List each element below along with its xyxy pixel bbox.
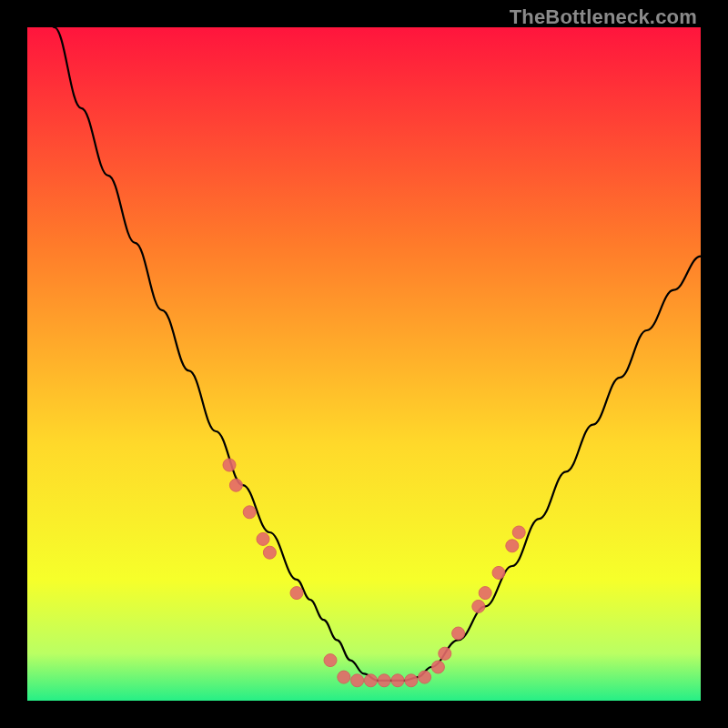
curve-marker — [229, 479, 242, 491]
curve-marker — [290, 587, 303, 600]
curve-marker — [338, 671, 350, 683]
bottleneck-chart — [27, 27, 701, 701]
curve-marker — [492, 566, 505, 579]
plot-frame — [27, 27, 701, 701]
curve-marker — [479, 587, 491, 600]
curve-marker — [364, 674, 377, 687]
curve-marker — [512, 526, 525, 539]
curve-marker — [378, 674, 390, 687]
curve-marker — [257, 532, 269, 545]
curve-marker — [405, 674, 418, 687]
curve-marker — [431, 661, 444, 673]
curve-marker — [351, 674, 364, 687]
curve-marker — [452, 627, 465, 640]
curve-marker — [439, 647, 451, 660]
curve-marker — [391, 674, 404, 687]
curve-marker — [223, 459, 236, 471]
curve-marker — [472, 600, 485, 612]
gradient-background — [27, 27, 701, 701]
curve-marker — [324, 654, 337, 667]
curve-marker — [263, 546, 276, 559]
watermark-text: TheBottleneck.com — [510, 5, 697, 29]
curve-marker — [419, 671, 431, 683]
curve-marker — [243, 506, 256, 519]
curve-marker — [506, 540, 519, 552]
